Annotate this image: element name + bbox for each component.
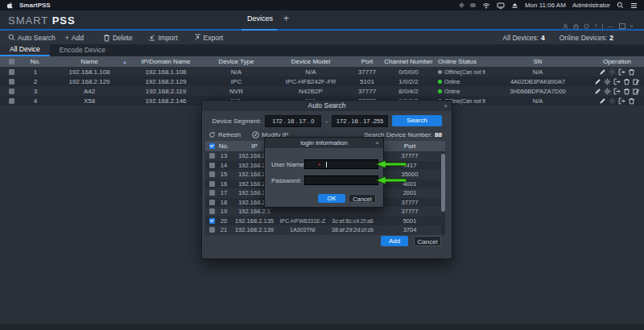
header-name[interactable]: Name▲ xyxy=(48,56,130,67)
upgrade-icon[interactable] xyxy=(633,88,640,95)
app-logo: SMART PSS xyxy=(8,14,76,27)
logout-icon[interactable] xyxy=(613,88,621,95)
header-ip[interactable]: IP/Domain Name xyxy=(130,56,201,67)
cancel-button[interactable]: Cancel xyxy=(414,236,441,246)
segment-separator: - xyxy=(325,118,328,125)
row-checkbox[interactable] xyxy=(209,227,215,233)
logout-icon[interactable] xyxy=(618,97,625,105)
sort-icon[interactable]: ▲ xyxy=(122,60,127,64)
header-model[interactable]: Device Model xyxy=(271,56,350,67)
cell-mac: 3c:ef:8c:c4:2f:a6 xyxy=(328,217,377,226)
segment-start-input[interactable]: 172 . 16 . 17 . 0 xyxy=(265,115,321,127)
config-icon[interactable] xyxy=(609,97,616,105)
delete-icon[interactable] xyxy=(623,78,630,85)
header-type[interactable]: Device Type xyxy=(201,56,271,67)
logout-icon[interactable] xyxy=(613,78,621,85)
select-all-checkbox[interactable] xyxy=(9,59,14,64)
row-checkbox[interactable] xyxy=(209,163,215,168)
table-row[interactable]: 2192.168.2.129192.168.2.129IPCIPC-HF8242… xyxy=(0,76,644,86)
menubar-datetime[interactable]: Mon 11:06 AM xyxy=(525,2,566,9)
ring-icon[interactable] xyxy=(584,23,589,29)
search-result-row[interactable]: 20192.168.2.135IPC-HFW8331E-Z3c:ef:8c:c4… xyxy=(205,217,445,226)
row-checkbox[interactable] xyxy=(209,200,215,205)
row-checkbox[interactable] xyxy=(9,98,14,104)
cell-name: 192.168.1.108 xyxy=(48,67,130,76)
status-icon-2[interactable] xyxy=(470,3,476,7)
wifi-icon[interactable] xyxy=(482,2,490,9)
search-icon xyxy=(8,34,15,41)
cell-port: 2001 xyxy=(377,188,443,198)
segment-end-input[interactable]: 172 . 16 . 17 .255 xyxy=(332,115,388,127)
menu-icon[interactable] xyxy=(630,2,638,9)
row-checkbox[interactable] xyxy=(209,181,215,187)
export-button[interactable]: Export xyxy=(194,34,224,42)
close-icon[interactable]: × xyxy=(375,138,379,148)
ok-button[interactable]: OK xyxy=(318,194,345,203)
refresh-button[interactable]: Refresh xyxy=(208,131,241,138)
menubar-user[interactable]: Administrator xyxy=(572,2,610,9)
delete-icon[interactable] xyxy=(628,97,635,105)
cell-ip: 192.168.1.108 xyxy=(130,67,201,76)
auto-search-button[interactable]: Auto Search xyxy=(8,34,56,42)
search-icon[interactable] xyxy=(617,2,624,9)
add-button[interactable]: Add xyxy=(381,236,408,246)
upgrade-icon[interactable] xyxy=(633,78,640,85)
header-channel[interactable]: Channel Number xyxy=(384,56,433,67)
row-checkbox[interactable] xyxy=(9,69,14,75)
edit-icon[interactable] xyxy=(599,97,606,105)
table-row[interactable]: 1192.168.1.108192.168.1.108N/AN/A377770/… xyxy=(0,67,644,76)
menubar-app-name[interactable]: SmartPSS xyxy=(19,2,51,9)
tab-all-device[interactable]: All Device xyxy=(0,44,50,56)
header-operation[interactable]: Operation xyxy=(590,56,644,67)
password-input[interactable] xyxy=(304,175,378,185)
table-row[interactable]: 3A42192.168.2.119NVRN42B2P377778/0/4/2On… xyxy=(0,86,644,96)
new-tab-button[interactable]: + xyxy=(283,13,289,24)
delete-icon[interactable] xyxy=(623,88,630,95)
edit-icon[interactable] xyxy=(594,78,601,85)
macos-menubar: SmartPSS Mon 11:06 AM Administrator xyxy=(0,0,644,10)
username-input[interactable]: * xyxy=(304,159,378,169)
config-icon[interactable] xyxy=(604,78,611,85)
config-icon[interactable] xyxy=(609,68,616,76)
edit-icon[interactable] xyxy=(599,68,606,76)
config-icon[interactable] xyxy=(604,88,611,95)
logout-icon[interactable] xyxy=(618,68,625,76)
row-checkbox[interactable] xyxy=(209,218,215,224)
row-checkbox[interactable] xyxy=(9,89,14,94)
header-status[interactable]: Online Status xyxy=(433,56,485,67)
scrollbar[interactable] xyxy=(441,151,445,235)
scrollbar-thumb[interactable] xyxy=(441,154,445,212)
import-button[interactable]: Import xyxy=(148,34,177,42)
row-checkbox[interactable] xyxy=(209,153,215,159)
header-port[interactable]: Port xyxy=(350,56,384,67)
tab-devices[interactable]: Devices xyxy=(244,14,276,23)
row-checkbox[interactable] xyxy=(209,208,215,214)
search-result-row[interactable]: 21192.168.2.1391A303TNI38:af:29:2d:cf:cb… xyxy=(205,225,445,235)
edit-icon[interactable] xyxy=(594,88,601,95)
header-port[interactable]: Port xyxy=(377,141,443,151)
search-result-row[interactable]: 19192.168.2.137777 xyxy=(205,207,445,217)
display-icon[interactable] xyxy=(497,2,505,9)
header-sn[interactable]: SN xyxy=(485,56,590,67)
close-icon[interactable]: × xyxy=(444,101,448,111)
header-no[interactable]: No. xyxy=(23,56,48,67)
status-icon-1[interactable] xyxy=(459,2,464,8)
search-button[interactable]: Search xyxy=(392,115,442,126)
cell-name: A42 xyxy=(48,86,130,96)
maximize-button[interactable] xyxy=(619,23,625,29)
apple-icon[interactable] xyxy=(6,2,13,9)
add-device-button[interactable]: + Add xyxy=(65,34,84,42)
row-checkbox[interactable] xyxy=(209,171,215,177)
delete-button[interactable]: Delete xyxy=(103,34,133,42)
header-no[interactable]: No. xyxy=(216,141,232,151)
row-checkbox[interactable] xyxy=(9,79,14,85)
row-checkbox[interactable] xyxy=(209,190,215,196)
select-all-checkbox[interactable] xyxy=(209,143,215,149)
eject-icon[interactable] xyxy=(511,2,518,9)
user-icon[interactable] xyxy=(563,23,568,29)
tab-encode-device[interactable]: Encode Device xyxy=(50,44,115,56)
delete-icon[interactable] xyxy=(628,68,635,76)
status-dot xyxy=(438,80,442,84)
cancel-button[interactable]: Cancel xyxy=(349,194,376,203)
refresh-icon xyxy=(208,131,216,138)
